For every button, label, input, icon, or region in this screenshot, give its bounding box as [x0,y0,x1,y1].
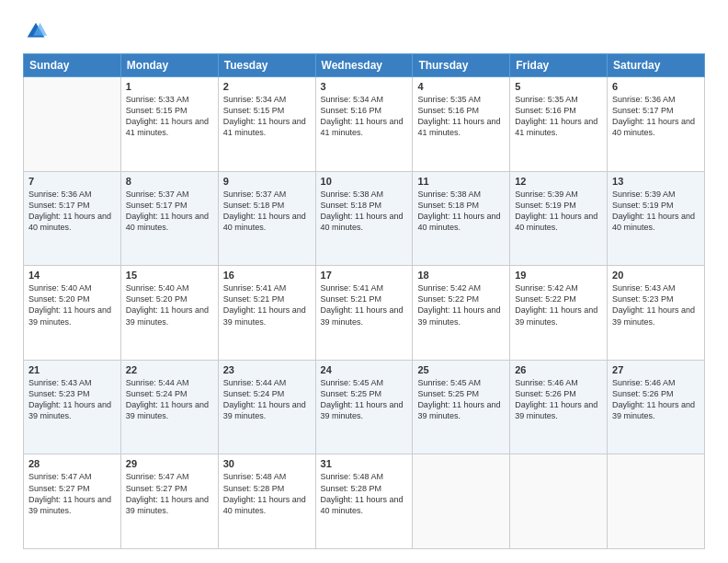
day-number: 16 [223,270,311,281]
day-info: Sunrise: 5:47 AMSunset: 5:27 PMDaylight:… [126,471,213,516]
day-number: 2 [223,81,311,92]
day-info: Sunrise: 5:40 AMSunset: 5:20 PMDaylight:… [126,282,213,327]
day-number: 1 [126,81,213,92]
calendar-cell: 11Sunrise: 5:38 AMSunset: 5:18 PMDayligh… [413,171,510,266]
day-number: 28 [28,458,116,469]
calendar-cell: 25Sunrise: 5:45 AMSunset: 5:25 PMDayligh… [413,360,510,454]
calendar-cell: 18Sunrise: 5:42 AMSunset: 5:22 PMDayligh… [413,266,510,361]
calendar-cell: 2Sunrise: 5:34 AMSunset: 5:15 PMDaylight… [218,77,315,172]
day-info: Sunrise: 5:35 AMSunset: 5:16 PMDaylight:… [417,94,505,139]
calendar-cell: 3Sunrise: 5:34 AMSunset: 5:16 PMDaylight… [315,77,413,172]
header [23,18,705,44]
day-number: 6 [612,81,700,92]
day-number: 4 [417,81,505,92]
day-number: 18 [417,270,505,281]
page: SundayMondayTuesdayWednesdayThursdayFrid… [0,0,728,563]
day-info: Sunrise: 5:39 AMSunset: 5:19 PMDaylight:… [515,189,602,234]
day-info: Sunrise: 5:38 AMSunset: 5:18 PMDaylight:… [321,189,408,234]
day-info: Sunrise: 5:36 AMSunset: 5:17 PMDaylight:… [612,94,700,139]
day-number: 26 [515,364,602,375]
day-info: Sunrise: 5:41 AMSunset: 5:21 PMDaylight:… [321,282,408,327]
calendar-cell: 27Sunrise: 5:46 AMSunset: 5:26 PMDayligh… [608,360,705,454]
day-info: Sunrise: 5:34 AMSunset: 5:15 PMDaylight:… [223,94,311,139]
calendar-cell [24,77,121,172]
calendar-cell: 9Sunrise: 5:37 AMSunset: 5:18 PMDaylight… [218,171,315,266]
column-header-friday: Friday [510,54,608,77]
day-number: 13 [612,176,700,187]
day-info: Sunrise: 5:33 AMSunset: 5:15 PMDaylight:… [126,94,213,139]
day-number: 17 [321,270,408,281]
calendar-cell [510,454,608,549]
calendar-cell: 17Sunrise: 5:41 AMSunset: 5:21 PMDayligh… [315,266,413,361]
day-number: 8 [126,176,213,187]
day-info: Sunrise: 5:37 AMSunset: 5:17 PMDaylight:… [126,189,213,234]
calendar-cell: 26Sunrise: 5:46 AMSunset: 5:26 PMDayligh… [510,360,608,454]
column-header-monday: Monday [120,54,218,77]
day-number: 9 [223,176,311,187]
day-number: 30 [223,458,311,469]
calendar-cell: 30Sunrise: 5:48 AMSunset: 5:28 PMDayligh… [218,454,315,549]
day-number: 21 [28,364,116,375]
day-info: Sunrise: 5:45 AMSunset: 5:25 PMDaylight:… [417,377,505,422]
calendar-cell: 6Sunrise: 5:36 AMSunset: 5:17 PMDaylight… [608,77,705,172]
day-info: Sunrise: 5:37 AMSunset: 5:18 PMDaylight:… [223,189,311,234]
calendar-cell [413,454,510,549]
calendar-cell: 21Sunrise: 5:43 AMSunset: 5:23 PMDayligh… [24,360,121,454]
day-info: Sunrise: 5:42 AMSunset: 5:22 PMDaylight:… [515,282,602,327]
day-info: Sunrise: 5:48 AMSunset: 5:28 PMDaylight:… [321,471,408,516]
calendar-cell: 12Sunrise: 5:39 AMSunset: 5:19 PMDayligh… [510,171,608,266]
calendar-cell: 24Sunrise: 5:45 AMSunset: 5:25 PMDayligh… [315,360,413,454]
day-info: Sunrise: 5:39 AMSunset: 5:19 PMDaylight:… [612,189,700,234]
day-info: Sunrise: 5:41 AMSunset: 5:21 PMDaylight:… [223,282,311,327]
day-info: Sunrise: 5:47 AMSunset: 5:27 PMDaylight:… [28,471,116,516]
logo-icon [23,18,49,44]
calendar-cell: 10Sunrise: 5:38 AMSunset: 5:18 PMDayligh… [315,171,413,266]
calendar-cell: 20Sunrise: 5:43 AMSunset: 5:23 PMDayligh… [608,266,705,361]
day-number: 7 [28,176,116,187]
logo [23,18,52,44]
calendar-cell: 29Sunrise: 5:47 AMSunset: 5:27 PMDayligh… [120,454,218,549]
day-number: 23 [223,364,311,375]
column-header-saturday: Saturday [608,54,705,77]
calendar-cell: 14Sunrise: 5:40 AMSunset: 5:20 PMDayligh… [24,266,121,361]
calendar-cell: 19Sunrise: 5:42 AMSunset: 5:22 PMDayligh… [510,266,608,361]
day-number: 19 [515,270,602,281]
calendar-cell: 16Sunrise: 5:41 AMSunset: 5:21 PMDayligh… [218,266,315,361]
day-number: 5 [515,81,602,92]
calendar-cell: 22Sunrise: 5:44 AMSunset: 5:24 PMDayligh… [120,360,218,454]
column-header-wednesday: Wednesday [315,54,413,77]
day-info: Sunrise: 5:44 AMSunset: 5:24 PMDaylight:… [126,377,213,422]
day-info: Sunrise: 5:43 AMSunset: 5:23 PMDaylight:… [28,377,116,422]
day-info: Sunrise: 5:46 AMSunset: 5:26 PMDaylight:… [515,377,602,422]
day-number: 29 [126,458,213,469]
day-info: Sunrise: 5:48 AMSunset: 5:28 PMDaylight:… [223,471,311,516]
calendar-cell: 15Sunrise: 5:40 AMSunset: 5:20 PMDayligh… [120,266,218,361]
day-number: 11 [417,176,505,187]
calendar-cell: 4Sunrise: 5:35 AMSunset: 5:16 PMDaylight… [413,77,510,172]
day-number: 22 [126,364,213,375]
column-header-thursday: Thursday [413,54,510,77]
column-header-sunday: Sunday [24,54,121,77]
day-number: 24 [321,364,408,375]
calendar-cell: 5Sunrise: 5:35 AMSunset: 5:16 PMDaylight… [510,77,608,172]
day-info: Sunrise: 5:35 AMSunset: 5:16 PMDaylight:… [515,94,602,139]
calendar-cell: 23Sunrise: 5:44 AMSunset: 5:24 PMDayligh… [218,360,315,454]
calendar-cell: 13Sunrise: 5:39 AMSunset: 5:19 PMDayligh… [608,171,705,266]
day-info: Sunrise: 5:45 AMSunset: 5:25 PMDaylight:… [321,377,408,422]
column-header-tuesday: Tuesday [218,54,315,77]
day-number: 3 [321,81,408,92]
day-number: 10 [321,176,408,187]
day-info: Sunrise: 5:36 AMSunset: 5:17 PMDaylight:… [28,189,116,234]
day-info: Sunrise: 5:44 AMSunset: 5:24 PMDaylight:… [223,377,311,422]
calendar-cell [608,454,705,549]
calendar-cell: 31Sunrise: 5:48 AMSunset: 5:28 PMDayligh… [315,454,413,549]
day-info: Sunrise: 5:34 AMSunset: 5:16 PMDaylight:… [321,94,408,139]
day-info: Sunrise: 5:46 AMSunset: 5:26 PMDaylight:… [612,377,700,422]
day-info: Sunrise: 5:43 AMSunset: 5:23 PMDaylight:… [612,282,700,327]
day-info: Sunrise: 5:40 AMSunset: 5:20 PMDaylight:… [28,282,116,327]
day-number: 31 [321,458,408,469]
calendar-cell: 28Sunrise: 5:47 AMSunset: 5:27 PMDayligh… [24,454,121,549]
day-number: 27 [612,364,700,375]
day-number: 15 [126,270,213,281]
calendar-cell: 7Sunrise: 5:36 AMSunset: 5:17 PMDaylight… [24,171,121,266]
